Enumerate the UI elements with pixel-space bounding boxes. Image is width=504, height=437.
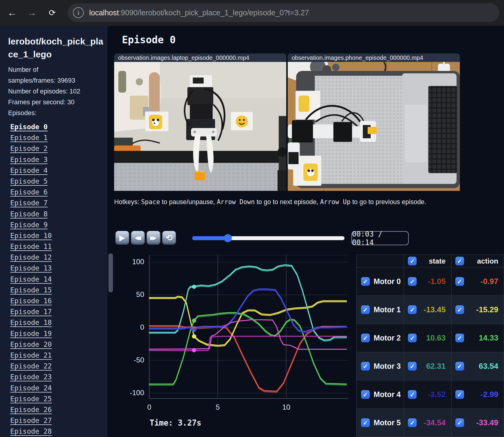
seek-slider-thumb[interactable] bbox=[224, 234, 232, 242]
episode-link[interactable]: Episode 7 bbox=[10, 199, 48, 207]
episode-link[interactable]: Episode 19 bbox=[10, 330, 52, 338]
episode-list-item: Episode 2 bbox=[10, 143, 106, 154]
episode-list-item: Episode 21 bbox=[10, 350, 106, 361]
address-bar[interactable]: i localhost:9090/lerobot/koch_pick_place… bbox=[68, 3, 499, 22]
state-value: -3.52 bbox=[417, 390, 445, 399]
episode-link[interactable]: Episode 23 bbox=[10, 373, 52, 381]
motor-row-checkbox[interactable]: ✓ bbox=[361, 390, 370, 399]
laptop-camera-video[interactable] bbox=[114, 62, 286, 191]
motor-table-body: ✓Motor 0✓-1.05✓-0.97✓Motor 1✓-13.45✓-15.… bbox=[357, 267, 504, 437]
episode-list-item: Episode 20 bbox=[10, 339, 106, 350]
scrollbar-thumb[interactable] bbox=[108, 253, 113, 292]
episode-link[interactable]: Episode 22 bbox=[10, 362, 52, 370]
hotkey-text: to go to next episode, bbox=[255, 198, 320, 206]
motors-chart[interactable] bbox=[137, 252, 348, 412]
state-checkbox[interactable]: ✓ bbox=[408, 418, 417, 427]
episode-link[interactable]: Episode 10 bbox=[10, 232, 52, 240]
action-checkbox[interactable]: ✓ bbox=[455, 418, 464, 427]
episode-link[interactable]: Episode 6 bbox=[10, 188, 48, 196]
episode-link[interactable]: Episode 16 bbox=[10, 297, 52, 305]
episode-link[interactable]: Episode 9 bbox=[10, 221, 48, 229]
episode-link[interactable]: Episode 13 bbox=[10, 264, 52, 272]
episode-list-item: Episode 11 bbox=[10, 241, 106, 252]
episode-link[interactable]: Episode 20 bbox=[10, 341, 52, 348]
phone-camera-video[interactable] bbox=[288, 62, 460, 191]
seek-slider[interactable] bbox=[192, 231, 345, 245]
episode-link[interactable]: Episode 24 bbox=[10, 384, 52, 392]
episode-link[interactable]: Episode 26 bbox=[10, 406, 52, 414]
episode-link[interactable]: Episode 15 bbox=[10, 286, 52, 294]
action-checkbox[interactable]: ✓ bbox=[455, 390, 464, 399]
loop-button[interactable]: ⟲ bbox=[162, 231, 176, 245]
action-cell: ✓-0.97 bbox=[451, 267, 504, 295]
episode-link[interactable]: Episode 1 bbox=[10, 134, 48, 142]
action-value: -15.29 bbox=[464, 305, 498, 314]
y-tick-label: 50 bbox=[123, 290, 144, 299]
motor-row-checkbox[interactable]: ✓ bbox=[361, 277, 370, 286]
episode-link[interactable]: Episode 2 bbox=[10, 145, 48, 152]
episode-link-active[interactable]: Episode 0 bbox=[10, 123, 48, 131]
motor-name-label: Motor 2 bbox=[374, 334, 401, 342]
action-cell: ✓-2.99 bbox=[451, 380, 504, 408]
episode-link[interactable]: Episode 8 bbox=[10, 210, 48, 218]
state-checkbox[interactable]: ✓ bbox=[408, 362, 417, 371]
episode-list-item: Episode 25 bbox=[10, 393, 106, 404]
url-text[interactable]: localhost:9090/lerobot/koch_pick_place_1… bbox=[89, 8, 309, 17]
hotkey-key: Arrow Up bbox=[320, 198, 351, 206]
episode-link[interactable]: Episode 14 bbox=[10, 275, 52, 283]
page-info-icon[interactable]: i bbox=[73, 7, 84, 18]
episode-link[interactable]: Episode 3 bbox=[10, 156, 48, 163]
episode-link[interactable]: Episode 4 bbox=[10, 167, 48, 174]
fast-forward-button[interactable]: ▶▶ bbox=[147, 231, 160, 245]
fast-forward-icon: ▶▶ bbox=[150, 234, 157, 241]
motor-row-checkbox[interactable]: ✓ bbox=[361, 418, 370, 427]
episode-link[interactable]: Episode 18 bbox=[10, 319, 52, 326]
forward-icon[interactable]: → bbox=[25, 5, 39, 20]
play-button[interactable]: ▶ bbox=[115, 231, 129, 245]
dataset-info-line: Number of bbox=[8, 64, 104, 75]
fast-backward-button[interactable]: ◀◀ bbox=[131, 231, 145, 245]
episode-list-item: Episode 17 bbox=[10, 306, 106, 317]
motor-row-checkbox[interactable]: ✓ bbox=[361, 362, 370, 371]
motor-row-checkbox[interactable]: ✓ bbox=[361, 305, 370, 314]
state-column-checkbox[interactable]: ✓ bbox=[408, 257, 417, 265]
action-value: 14.33 bbox=[464, 333, 498, 343]
episode-link[interactable]: Episode 27 bbox=[10, 417, 52, 424]
state-checkbox[interactable]: ✓ bbox=[408, 277, 417, 286]
episode-list-item: Episode 16 bbox=[10, 295, 106, 306]
episode-link[interactable]: Episode 12 bbox=[10, 253, 52, 261]
dataset-info-line: Frames per second: 30 bbox=[8, 97, 104, 108]
current-time-dot bbox=[192, 328, 196, 332]
video-title-phone: observation.images.phone_episode_000000.… bbox=[288, 53, 460, 62]
dataset-title: lerobot/koch_pick_place_1_lego bbox=[8, 35, 105, 61]
motor-row-checkbox[interactable]: ✓ bbox=[361, 334, 370, 342]
motor-name-label: Motor 1 bbox=[374, 305, 401, 314]
episode-link[interactable]: Episode 25 bbox=[10, 395, 52, 403]
episode-link[interactable]: Episode 5 bbox=[10, 177, 48, 185]
episode-link[interactable]: Episode 11 bbox=[10, 243, 52, 250]
action-checkbox[interactable]: ✓ bbox=[455, 362, 464, 371]
state-checkbox[interactable]: ✓ bbox=[408, 390, 417, 399]
action-checkbox[interactable]: ✓ bbox=[455, 277, 464, 286]
reload-icon[interactable]: ⟳ bbox=[45, 5, 59, 20]
episode-list-item: Episode 19 bbox=[10, 328, 106, 339]
episode-link[interactable]: Episode 28 bbox=[10, 427, 52, 435]
episode-link[interactable]: Episode 17 bbox=[10, 308, 52, 316]
state-checkbox[interactable]: ✓ bbox=[408, 305, 417, 314]
hotkey-text: to go to previous episode. bbox=[351, 198, 426, 206]
series-state-motor-5 bbox=[149, 336, 347, 351]
episode-list-item: Episode 4 bbox=[10, 165, 106, 176]
state-cell: ✓-34.54 bbox=[404, 409, 451, 437]
action-column-checkbox[interactable]: ✓ bbox=[455, 257, 464, 265]
action-checkbox[interactable]: ✓ bbox=[455, 334, 464, 342]
current-time-dot bbox=[192, 334, 196, 338]
episode-list-item: Episode 3 bbox=[10, 154, 106, 165]
action-column-label: action bbox=[464, 257, 498, 265]
series-state-motor-1 bbox=[149, 297, 347, 347]
hotkey-text: to pause/unpause, bbox=[160, 198, 217, 206]
state-checkbox[interactable]: ✓ bbox=[408, 334, 417, 342]
back-icon[interactable]: ← bbox=[5, 5, 19, 20]
episode-link[interactable]: Episode 21 bbox=[10, 351, 52, 359]
action-checkbox[interactable]: ✓ bbox=[455, 305, 464, 314]
x-tick-label: 5 bbox=[209, 403, 227, 411]
